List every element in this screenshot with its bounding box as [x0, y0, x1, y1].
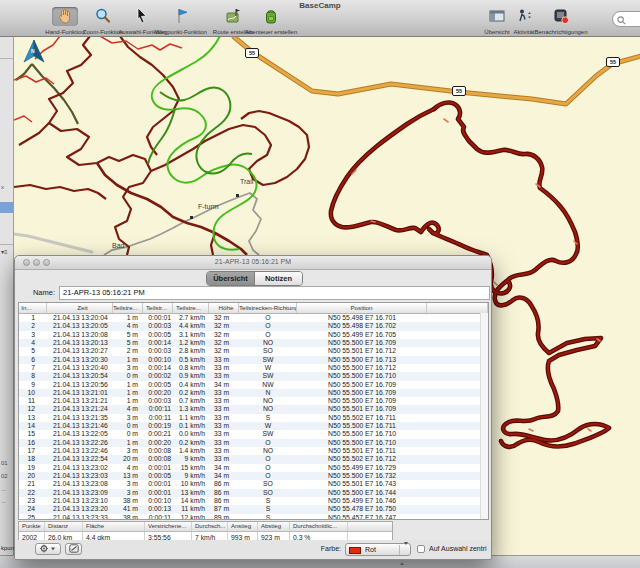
summary-col-header: Durchschnittlic...	[290, 522, 348, 531]
table-row[interactable]: 25 21.04.13 13:23:33 38 m 0:00:11 12 km/…	[19, 514, 488, 521]
tab-uebersicht[interactable]: Übersicht	[207, 272, 255, 285]
table-scrollbar[interactable]	[480, 313, 488, 519]
col-header[interactable]: In...	[19, 303, 47, 313]
table-row[interactable]: 13 21.04.13 13:21:35 3 m 0:00:11 1.1 km/…	[19, 414, 488, 422]
track-properties-dialog: 21-APR-13 05:16:21 PM Übersicht Notizen …	[14, 255, 492, 560]
trackpoints-table: In... Zeit Teilstre... Teilstr... Teilst…	[18, 302, 489, 520]
table-row[interactable]: 20 21.04.13 13:23:03 13 m 0:00:05 9 km/h…	[19, 472, 488, 480]
table-body: 1 21.04.13 13:20:04 1 m 0:00:01 2.7 km/h…	[19, 314, 488, 520]
summary-col-header: Punkte	[19, 522, 45, 531]
table-row[interactable]: 24 21.04.13 13:23:20 41 m 0:00:13 11 km/…	[19, 505, 488, 513]
name-label: Name:	[27, 288, 55, 297]
road-light	[14, 234, 92, 252]
col-header[interactable]: Teilstrecken-Richtung	[239, 303, 297, 313]
gear-icon	[39, 544, 57, 553]
table-row[interactable]: 14 21.04.13 13:21:46 0 m 0:00:19 0.1 km/…	[19, 422, 488, 430]
sidebar-item[interactable]: ...	[1, 498, 6, 504]
main-toolbar: BaseCamp Hand-Funktion Zoom-Funktion Aus…	[0, 0, 640, 37]
red-thin-trails	[14, 36, 182, 122]
route-shield-55: 55	[452, 86, 466, 96]
col-header	[427, 303, 488, 313]
table-row[interactable]: 11 21.04.13 13:21:21 1 m 0:00:03 0.7 km/…	[19, 397, 488, 405]
col-header[interactable]: Teilstre...	[173, 303, 209, 313]
col-header[interactable]: Position	[297, 303, 427, 313]
table-row[interactable]: 19 21.04.13 13:23:02 4 m 0:00:01 15 km/h…	[19, 464, 488, 472]
summary-col-header: Durchsch...	[192, 522, 228, 531]
table-row[interactable]: 6 21.04.13 13:20:30 1 m 0:00:10 0.5 km/h…	[19, 356, 488, 364]
col-header[interactable]: Zeit	[47, 303, 113, 313]
table-row[interactable]: 10 21.04.13 13:21:01 1 m 0:00:20 0.2 km/…	[19, 389, 488, 397]
map-label-bad: Bad	[112, 242, 124, 249]
table-row[interactable]: 16 21.04.13 13:22:26 1 m 0:00:20 0.2 km/…	[19, 439, 488, 447]
poi-dot	[190, 216, 193, 219]
summary-col-header: Abstieg	[258, 522, 290, 531]
summary-col-header: Fläche	[83, 522, 145, 531]
sidebar-fragment: x	[1, 184, 4, 190]
table-row[interactable]: 8 21.04.13 13:20:54 0 m 0:00:02 0.9 km/h…	[19, 372, 488, 380]
sidebar-item[interactable]: 02	[1, 473, 8, 479]
green-trail-dark	[148, 88, 252, 174]
poi-dot	[236, 194, 239, 197]
summary-col-header: Distanz	[45, 522, 83, 531]
left-sidebar[interactable]: x ▾≡ 01 02 ... ... kpunkt	[0, 36, 14, 568]
table-row[interactable]: 3 21.04.13 13:20:08 5 m 0:00:05 3.1 km/h…	[19, 331, 488, 339]
color-value: Rot	[365, 546, 376, 553]
dialog-tabs: Übersicht Notizen	[206, 271, 303, 286]
sidebar-item[interactable]: 01	[1, 460, 8, 466]
table-row[interactable]: 21 21.04.13 13:23:08 3 m 0:00:01 10 km/h…	[19, 480, 488, 488]
gear-menu-button[interactable]	[35, 543, 61, 555]
summary-col-header: Anstieg	[228, 522, 258, 531]
summary-header-row: Punkte Distanz Fläche Verstrichene... Du…	[19, 522, 392, 532]
dialog-titlebar[interactable]: 21-APR-13 05:16:21 PM	[15, 256, 491, 270]
tab-notizen[interactable]: Notizen	[255, 272, 302, 285]
map-label-trail: Trail	[240, 178, 253, 185]
table-row[interactable]: 23 21.04.13 13:23:10 38 m 0:00:10 14 km/…	[19, 497, 488, 505]
sidebar-divider	[0, 244, 13, 245]
route-shield-55: 55	[606, 57, 620, 67]
color-dropdown[interactable]: Rot	[345, 543, 411, 556]
dropdown-arrows-icon	[399, 545, 408, 555]
route-shield-55: 55	[245, 48, 259, 58]
table-row[interactable]: 17 21.04.13 13:22:46 3 m 0:00:08 1.4 km/…	[19, 447, 488, 455]
sidebar-controls[interactable]: ▾≡	[1, 248, 8, 255]
center-on-selection-checkbox[interactable]	[417, 545, 425, 553]
dialog-title: 21-APR-13 05:16:21 PM	[15, 258, 491, 265]
summary-col-header	[348, 522, 392, 531]
table-row[interactable]: 1 21.04.13 13:20:04 1 m 0:00:01 2.7 km/h…	[19, 314, 488, 322]
edit-icon	[69, 544, 79, 553]
search-icon	[616, 15, 627, 26]
summary-col-header: Verstrichene...	[145, 522, 192, 531]
flag-icon	[168, 7, 194, 26]
table-row[interactable]: 12 21.04.13 13:21:24 4 m 0:00:11 1.3 km/…	[19, 405, 488, 413]
edit-window-button[interactable]	[65, 543, 82, 555]
sidebar-divider	[0, 58, 13, 59]
compass-n-label: N	[31, 48, 35, 54]
tool-label: Benachrichtigungen	[529, 29, 593, 35]
col-header[interactable]: Teilstr...	[143, 303, 173, 313]
table-row[interactable]: 5 21.04.13 13:20:27 2 m 0:00:03 2.8 km/h…	[19, 347, 488, 355]
table-row[interactable]: 18 21.04.13 13:22:54 20 m 0:00:08 9 km/h…	[19, 455, 488, 463]
tool-create-adventure[interactable]: Abenteuer erstellen	[239, 7, 303, 35]
search-input[interactable]	[612, 11, 640, 27]
color-swatch-red	[349, 547, 361, 554]
col-header[interactable]: Teilstre...	[113, 303, 143, 313]
table-header-row: In... Zeit Teilstre... Teilstr... Teilst…	[19, 303, 488, 314]
map-label-fturm: F-turm	[198, 203, 219, 210]
table-row[interactable]: 9 21.04.13 13:20:56 1 m 0:00:05 0.4 km/h…	[19, 381, 488, 389]
table-row[interactable]: 4 21.04.13 13:20:13 5 m 0:00:14 1.2 km/h…	[19, 339, 488, 347]
table-row[interactable]: 15 21.04.13 13:22:05 0 m 0:00:21 0.0 km/…	[19, 430, 488, 438]
sidebar-item[interactable]: ...	[1, 486, 6, 492]
table-row[interactable]: 7 21.04.13 13:20:40 3 m 0:00:14 0.8 km/h…	[19, 364, 488, 372]
table-row[interactable]: 22 21.04.13 13:23:09 3 m 0:00:01 13 km/h…	[19, 489, 488, 497]
name-input[interactable]: 21-APR-13 05:16:21 PM	[59, 286, 490, 300]
name-row: Name: 21-APR-13 05:16:21 PM	[15, 286, 491, 300]
dialog-footer: Farbe: Rot Auf Auswahl zentri	[15, 540, 491, 559]
tool-notifications[interactable]: Benachrichtigungen	[529, 7, 593, 35]
col-header[interactable]: Höhe	[209, 303, 239, 313]
basecamp-window: N 55 55 55 Trail F-turm Bad x ▾≡ 01 02 .…	[0, 0, 640, 568]
color-label: Farbe:	[309, 545, 341, 552]
center-on-selection-label: Auf Auswahl zentri	[429, 545, 489, 552]
table-row[interactable]: 2 21.04.13 13:20:05 4 m 0:00:03 4.4 km/h…	[19, 322, 488, 330]
tool-label: Abenteuer erstellen	[239, 29, 303, 35]
sidebar-selected-item[interactable]	[0, 202, 13, 213]
